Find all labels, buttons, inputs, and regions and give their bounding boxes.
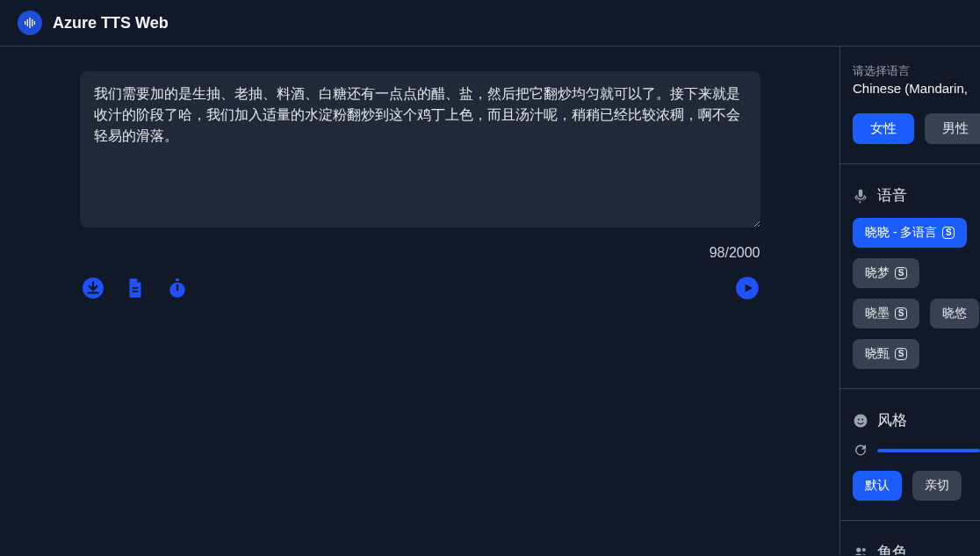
action-bar	[80, 275, 760, 301]
svg-rect-4	[34, 21, 35, 25]
sidebar: 请选择语言 Chinese (Mandarin, 女性 男性 语音 晓晓 - 多…	[839, 47, 980, 555]
voice-badge: S	[895, 267, 907, 279]
app-title: Azure TTS Web	[53, 14, 169, 32]
stopwatch-icon	[166, 277, 189, 300]
face-icon	[853, 413, 868, 429]
play-button[interactable]	[734, 275, 760, 301]
char-counter: 98/2000	[80, 245, 760, 261]
style-section-label: 风格	[877, 410, 907, 430]
voice-section-header: 语音	[853, 185, 980, 206]
download-button[interactable]	[80, 275, 106, 301]
voice-chip-xiaomo[interactable]: 晓墨 S	[853, 299, 919, 329]
svg-rect-0	[25, 21, 25, 25]
svg-point-15	[862, 547, 866, 551]
svg-point-14	[856, 547, 861, 552]
gender-male-button[interactable]: 男性	[925, 113, 980, 144]
style-section-header: 风格	[853, 410, 980, 430]
svg-rect-2	[29, 18, 30, 28]
timer-button[interactable]	[164, 275, 191, 301]
style-slider[interactable]	[853, 443, 980, 459]
text-input[interactable]	[80, 71, 760, 227]
svg-rect-7	[132, 291, 138, 292]
voice-chip-label: 晓甄	[865, 346, 890, 362]
svg-point-11	[854, 414, 868, 427]
play-icon	[735, 276, 760, 300]
voice-chip-xiaoxiao[interactable]: 晓晓 - 多语言 S	[853, 218, 967, 248]
language-select[interactable]: Chinese (Mandarin,	[853, 81, 980, 96]
svg-rect-9	[175, 278, 178, 281]
download-icon	[82, 277, 104, 300]
voice-chip-label: 晓晓 - 多语言	[865, 225, 937, 241]
voice-chip-label: 晓悠	[942, 306, 967, 321]
voice-badge: S	[895, 307, 907, 320]
waveform-icon	[23, 16, 37, 30]
voice-chip-xiaoyou[interactable]: 晓悠	[930, 299, 979, 329]
main-panel: 98/2000	[0, 47, 839, 555]
refresh-icon	[853, 443, 868, 459]
microphone-icon	[853, 188, 868, 204]
voice-chip-xiaozhen[interactable]: 晓甄 S	[853, 339, 919, 369]
svg-rect-3	[32, 19, 32, 26]
role-section-header: 角色	[853, 542, 980, 555]
style-chip-default[interactable]: 默认	[853, 471, 902, 501]
svg-point-12	[858, 418, 860, 420]
voice-badge: S	[942, 227, 955, 239]
voice-chip-xiaomeng[interactable]: 晓梦 S	[853, 258, 919, 288]
document-button[interactable]	[122, 275, 148, 301]
svg-point-13	[861, 418, 863, 420]
app-header: Azure TTS Web	[0, 0, 980, 47]
role-section-label: 角色	[877, 542, 907, 555]
gender-female-button[interactable]: 女性	[853, 113, 914, 144]
voice-chip-label: 晓梦	[865, 265, 890, 281]
divider	[840, 520, 980, 521]
app-logo	[18, 11, 42, 35]
divider	[840, 163, 980, 164]
language-label: 请选择语言	[853, 64, 980, 79]
voice-chip-label: 晓墨	[865, 306, 890, 321]
voice-badge: S	[895, 348, 907, 360]
svg-rect-6	[132, 287, 138, 289]
people-icon	[853, 545, 868, 556]
slider-track[interactable]	[877, 449, 980, 452]
svg-rect-1	[27, 19, 28, 26]
divider	[840, 388, 980, 389]
document-icon	[124, 277, 147, 300]
voice-section-label: 语音	[877, 185, 907, 206]
style-chip-friendly[interactable]: 亲切	[912, 471, 962, 501]
